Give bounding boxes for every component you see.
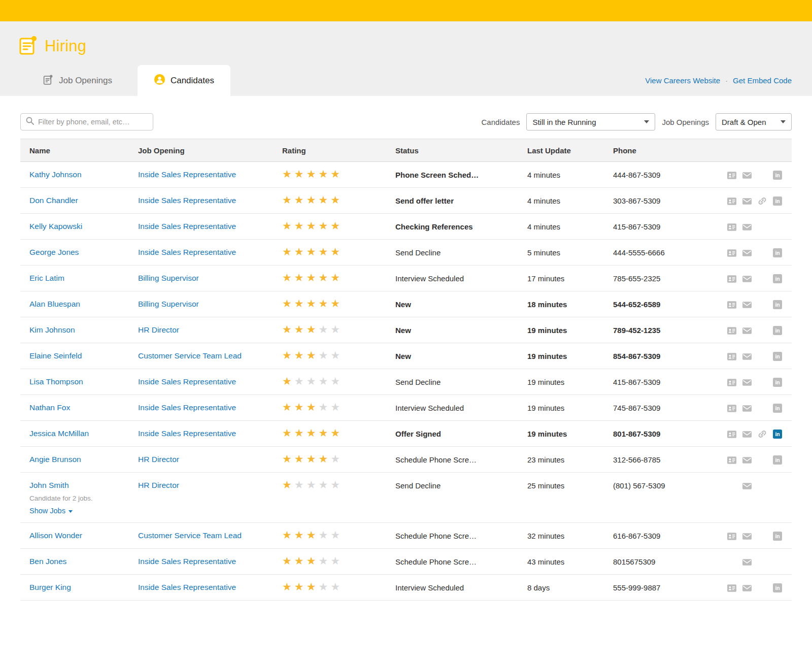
job-opening-link[interactable]: HR Director: [138, 455, 179, 464]
star-filled-icon[interactable]: ★: [330, 194, 340, 206]
candidate-name-link[interactable]: Allison Wonder: [29, 531, 82, 540]
column-header-last-update[interactable]: Last Update: [527, 146, 613, 155]
star-filled-icon[interactable]: ★: [294, 555, 304, 567]
linkedin-icon[interactable]: in: [772, 171, 783, 180]
contact-card-icon[interactable]: [727, 274, 737, 283]
star-filled-icon[interactable]: ★: [307, 220, 316, 232]
job-opening-link[interactable]: Inside Sales Representative: [138, 557, 236, 566]
job-opening-link[interactable]: Inside Sales Representative: [138, 403, 236, 412]
mail-icon[interactable]: [742, 557, 752, 567]
show-jobs-link[interactable]: Show Jobs: [29, 507, 73, 515]
star-filled-icon[interactable]: ★: [294, 298, 304, 309]
contact-card-icon[interactable]: [727, 222, 737, 232]
star-filled-icon[interactable]: ★: [307, 529, 316, 541]
star-filled-icon[interactable]: ★: [318, 220, 328, 232]
star-filled-icon[interactable]: ★: [282, 272, 292, 283]
star-filled-icon[interactable]: ★: [294, 453, 304, 465]
star-filled-icon[interactable]: ★: [330, 168, 340, 180]
star-filled-icon[interactable]: ★: [318, 453, 328, 465]
mail-icon[interactable]: [742, 196, 752, 206]
star-filled-icon[interactable]: ★: [294, 401, 304, 413]
mail-icon[interactable]: [742, 430, 752, 439]
mail-icon[interactable]: [742, 481, 752, 490]
candidate-name-link[interactable]: Kelly Kapowski: [29, 222, 82, 230]
star-filled-icon[interactable]: ★: [282, 246, 292, 257]
star-filled-icon[interactable]: ★: [330, 246, 340, 257]
linkedin-icon[interactable]: in: [772, 274, 783, 283]
star-empty-icon[interactable]: ★: [330, 401, 340, 413]
star-filled-icon[interactable]: ★: [307, 555, 316, 567]
star-empty-icon[interactable]: ★: [318, 375, 328, 387]
star-filled-icon[interactable]: ★: [318, 298, 328, 309]
mail-icon[interactable]: [742, 326, 752, 335]
candidate-name-link[interactable]: Angie Brunson: [29, 455, 81, 464]
candidate-name-link[interactable]: Alan Bluespan: [29, 300, 80, 308]
star-filled-icon[interactable]: ★: [294, 581, 304, 592]
star-filled-icon[interactable]: ★: [282, 194, 292, 206]
mail-icon[interactable]: [742, 222, 752, 232]
star-filled-icon[interactable]: ★: [307, 194, 316, 206]
star-filled-icon[interactable]: ★: [307, 298, 316, 309]
star-filled-icon[interactable]: ★: [282, 427, 292, 439]
contact-card-icon[interactable]: [727, 352, 737, 361]
star-filled-icon[interactable]: ★: [282, 555, 292, 567]
mail-icon[interactable]: [742, 248, 752, 257]
star-filled-icon[interactable]: ★: [307, 453, 316, 465]
star-empty-icon[interactable]: ★: [330, 479, 340, 490]
candidate-name-link[interactable]: Kathy Johnson: [29, 170, 82, 179]
candidate-name-link[interactable]: Ben Jones: [29, 557, 66, 566]
linkedin-icon[interactable]: in: [772, 404, 783, 413]
star-filled-icon[interactable]: ★: [294, 168, 304, 180]
column-header-status[interactable]: Status: [395, 146, 527, 155]
star-empty-icon[interactable]: ★: [318, 401, 328, 413]
star-filled-icon[interactable]: ★: [318, 194, 328, 206]
link-icon[interactable]: [757, 430, 767, 439]
linkedin-icon[interactable]: in: [772, 378, 783, 387]
linkedin-icon[interactable]: in: [772, 455, 783, 465]
candidate-name-link[interactable]: Eric Latim: [29, 274, 64, 282]
job-opening-link[interactable]: Inside Sales Representative: [138, 170, 236, 179]
candidate-name-link[interactable]: Don Chandler: [29, 196, 78, 205]
star-empty-icon[interactable]: ★: [330, 529, 340, 541]
search-box[interactable]: [20, 113, 153, 130]
star-empty-icon[interactable]: ★: [294, 479, 304, 490]
contact-card-icon[interactable]: [727, 583, 737, 592]
star-filled-icon[interactable]: ★: [318, 168, 328, 180]
star-filled-icon[interactable]: ★: [307, 323, 316, 335]
contact-card-icon[interactable]: [727, 171, 737, 180]
star-empty-icon[interactable]: ★: [330, 555, 340, 567]
star-filled-icon[interactable]: ★: [307, 246, 316, 257]
contact-card-icon[interactable]: [727, 404, 737, 413]
star-filled-icon[interactable]: ★: [307, 581, 316, 592]
candidate-name-link[interactable]: Lisa Thompson: [29, 377, 83, 386]
star-empty-icon[interactable]: ★: [318, 529, 328, 541]
job-opening-link[interactable]: Billing Supervisor: [138, 274, 199, 282]
star-empty-icon[interactable]: ★: [330, 581, 340, 592]
star-filled-icon[interactable]: ★: [330, 427, 340, 439]
column-header-job-opening[interactable]: Job Opening: [138, 146, 282, 155]
contact-card-icon[interactable]: [727, 378, 737, 387]
star-filled-icon[interactable]: ★: [282, 529, 292, 541]
star-empty-icon[interactable]: ★: [330, 453, 340, 465]
mail-icon[interactable]: [742, 352, 752, 361]
star-filled-icon[interactable]: ★: [282, 323, 292, 335]
column-header-rating[interactable]: Rating: [282, 146, 395, 155]
linkedin-icon[interactable]: in: [772, 300, 783, 309]
star-filled-icon[interactable]: ★: [330, 298, 340, 309]
linkedin-icon[interactable]: in: [772, 532, 783, 541]
mail-icon[interactable]: [742, 274, 752, 283]
star-empty-icon[interactable]: ★: [318, 581, 328, 592]
star-filled-icon[interactable]: ★: [282, 375, 292, 387]
mail-icon[interactable]: [742, 455, 752, 465]
star-filled-icon[interactable]: ★: [294, 272, 304, 283]
tab-job-openings[interactable]: Job Openings: [29, 65, 125, 96]
search-input[interactable]: [38, 118, 148, 126]
candidates-filter-dropdown[interactable]: Still in the Running: [526, 113, 655, 130]
star-empty-icon[interactable]: ★: [307, 479, 316, 490]
contact-card-icon[interactable]: [727, 430, 737, 439]
mail-icon[interactable]: [742, 532, 752, 541]
candidate-name-link[interactable]: Elaine Seinfeld: [29, 351, 82, 360]
star-filled-icon[interactable]: ★: [330, 220, 340, 232]
contact-card-icon[interactable]: [727, 326, 737, 335]
candidate-name-link[interactable]: Nathan Fox: [29, 403, 70, 412]
